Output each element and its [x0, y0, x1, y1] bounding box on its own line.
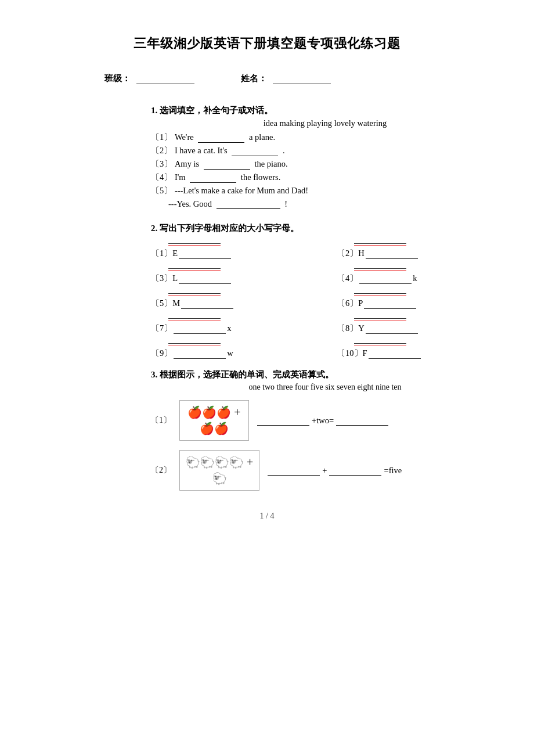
s2-pre: I have a cat. It's — [175, 146, 229, 155]
section-3-wordbank: one two three four five six seven eight … — [151, 383, 499, 392]
letter-dash-4[interactable] — [359, 273, 412, 284]
s3-post: the piano. — [254, 159, 287, 168]
plus-label-2: + — [322, 466, 327, 476]
line-black-9a — [168, 343, 221, 344]
letter-item-8: 〔8〕 Y — [337, 318, 499, 334]
letter-item-4: 〔4〕 k — [337, 268, 499, 284]
line-black-10a — [354, 343, 406, 344]
math-items: 〔1〕 🍎🍎🍎 + 🍎🍎 +two= 〔2〕 🐑🐑🐑🐑 + 🐑 — [151, 400, 499, 491]
num-4: 〔4〕 — [151, 172, 172, 182]
num-label-2: 〔2〕 — [337, 248, 358, 259]
letter-suffix-4: k — [413, 273, 417, 283]
letter-dash-6[interactable] — [364, 298, 416, 309]
math-blank-1b[interactable] — [336, 415, 388, 426]
animal-icons-2b: 🐑 — [212, 472, 227, 485]
s1-pre: We're — [175, 132, 196, 142]
name-field: 姓名： — [241, 73, 331, 84]
s5-text: ---Let's make a cake for Mum and Dad! — [175, 186, 308, 195]
line-black-5a — [168, 293, 221, 294]
line-red-9 — [168, 345, 221, 345]
line-red-2 — [354, 245, 406, 246]
line-black-4a — [354, 268, 406, 269]
letter-row-6: 〔6〕 P — [337, 298, 416, 309]
fruit-icons-1a: 🍎🍎🍎 + — [187, 406, 240, 419]
blank-1[interactable] — [198, 132, 244, 143]
sentence-2: 〔2〕 I have a cat. It's . — [151, 145, 499, 156]
math-blank-2a[interactable] — [268, 465, 320, 476]
letter-lines-5 — [168, 293, 221, 296]
letter-item-6: 〔6〕 P — [337, 293, 499, 309]
class-input-line[interactable] — [136, 74, 194, 84]
line-red-5 — [168, 295, 221, 296]
blank-2[interactable] — [232, 146, 278, 156]
letter-lines-9 — [168, 343, 221, 345]
math-item-2: 〔2〕 🐑🐑🐑🐑 + 🐑 + =five — [151, 450, 499, 491]
line-red-4 — [354, 270, 406, 271]
letter-row-1: 〔1〕 E — [151, 248, 231, 259]
sentence-4: 〔4〕 I'm the flowers. — [151, 172, 499, 183]
s1-post: a plane. — [249, 132, 275, 142]
plus-two-label: +two= — [312, 416, 334, 426]
math-blank-1a[interactable] — [257, 415, 309, 426]
sentence-3: 〔3〕 Amy is the piano. — [151, 159, 499, 170]
letter-prefix-3: L — [172, 273, 178, 283]
letter-row-8: 〔8〕 Y — [337, 323, 418, 334]
letter-lines-4 — [354, 268, 406, 271]
num-label-6: 〔6〕 — [337, 298, 358, 309]
class-field: 班级： — [104, 73, 194, 84]
letter-lines-6 — [354, 293, 406, 296]
line-red-8 — [354, 320, 406, 321]
math-num-1: 〔1〕 — [151, 415, 171, 426]
letter-item-3: 〔3〕 L — [151, 268, 313, 284]
blank-3[interactable] — [204, 159, 250, 170]
line-red-7 — [168, 320, 221, 321]
image-box-2: 🐑🐑🐑🐑 + 🐑 — [179, 450, 259, 491]
line-black-3a — [168, 268, 221, 269]
s4-pre: I'm — [175, 172, 187, 182]
animal-icons-2a: 🐑🐑🐑🐑 + — [186, 456, 253, 469]
page-number: 1 / 4 — [260, 512, 275, 520]
letter-dash-10[interactable] — [369, 348, 421, 359]
letter-prefix-1: E — [172, 249, 178, 258]
letter-row-4: 〔4〕 k — [337, 273, 417, 284]
num-label-4: 〔4〕 — [337, 273, 358, 284]
page-title: 三年级湘少版英语下册填空题专项强化练习题 — [35, 35, 499, 52]
s3-pre: Amy is — [175, 159, 201, 168]
line-red-3 — [168, 270, 221, 271]
class-label: 班级： — [104, 74, 131, 83]
num-label-5: 〔5〕 — [151, 298, 172, 309]
letter-lines-3 — [168, 268, 221, 271]
math-blank-2b[interactable] — [329, 465, 381, 476]
num-label-3: 〔3〕 — [151, 273, 172, 284]
math-num-2: 〔2〕 — [151, 465, 171, 476]
letter-item-2: 〔2〕 H — [337, 243, 499, 259]
letter-row-7: 〔7〕 x — [151, 323, 232, 334]
letter-lines-8 — [354, 318, 406, 321]
math-formula-2: + =five — [268, 465, 402, 476]
letter-dash-8[interactable] — [366, 323, 418, 334]
num-1: 〔1〕 — [151, 132, 172, 142]
blank-4[interactable] — [190, 172, 236, 183]
line-black-6a — [354, 293, 406, 294]
fruit-icons-1b: 🍎🍎 — [200, 422, 229, 435]
letter-dash-7[interactable] — [174, 323, 226, 334]
num-label-7: 〔7〕 — [151, 323, 172, 334]
letter-dash-2[interactable] — [366, 249, 418, 259]
letter-suffix-7: x — [227, 323, 231, 333]
line-black-7a — [168, 318, 221, 319]
section-2: 2. 写出下列字母相对应的大小写字母。 〔1〕 E 〔2〕 H — [151, 223, 499, 359]
letter-dash-3[interactable] — [179, 273, 231, 284]
letter-dash-1[interactable] — [179, 249, 231, 259]
section-3: 3. 根据图示，选择正确的单词、完成英语算式。 one two three fo… — [151, 369, 499, 491]
sentence-1: 〔1〕 We're a plane. — [151, 132, 499, 143]
name-label: 姓名： — [241, 74, 267, 83]
s5b-post: ! — [284, 199, 287, 208]
name-input-line[interactable] — [273, 74, 331, 84]
letter-dash-9[interactable] — [174, 348, 226, 359]
letter-prefix-6: P — [358, 298, 363, 308]
page-footer: 1 / 4 — [35, 512, 499, 521]
letter-dash-5[interactable] — [181, 298, 233, 309]
blank-5[interactable] — [217, 199, 280, 209]
num-2: 〔2〕 — [151, 146, 172, 155]
num-5: 〔5〕 — [151, 186, 172, 195]
